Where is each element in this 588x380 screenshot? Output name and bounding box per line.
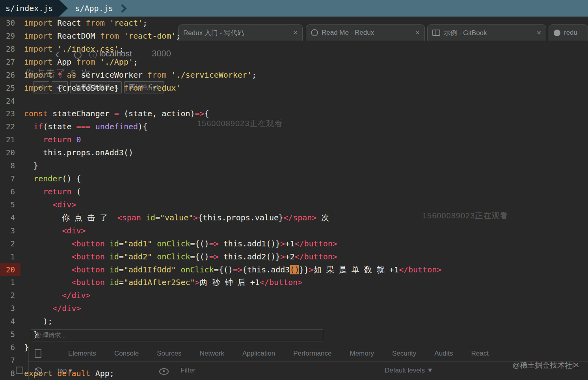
- line-number[interactable]: 2: [0, 237, 20, 250]
- code-line[interactable]: [20, 95, 24, 108]
- code-row: 2 </div>: [0, 289, 588, 302]
- code-row: 24: [0, 95, 588, 108]
- code-area[interactable]: 30import React from 'react';29import Rea…: [0, 17, 588, 380]
- line-number[interactable]: 26: [0, 69, 20, 82]
- code-line[interactable]: import React from 'react';: [20, 17, 147, 30]
- code-line[interactable]: </div>: [20, 289, 91, 302]
- tab-index-js-label: s/index.js: [6, 4, 53, 13]
- line-number[interactable]: 24: [0, 95, 20, 108]
- code-line[interactable]: }: [20, 341, 29, 354]
- tab-index-js[interactable]: s/index.js: [0, 0, 59, 17]
- code-line[interactable]: render() {: [20, 172, 81, 185]
- line-number[interactable]: 7: [0, 354, 20, 367]
- code-row: 20 <button id="add1IfOdd" onClick={()=>{…: [0, 263, 588, 276]
- code-line[interactable]: this.props.onAdd3(): [20, 146, 133, 159]
- tab-app-js-label: s/App.js: [75, 4, 113, 13]
- code-row: 6 return (: [0, 185, 588, 198]
- line-number[interactable]: 20: [0, 263, 20, 276]
- code-row: 3 <div>: [0, 224, 588, 237]
- code-line[interactable]: <button id="add1After2Sec">两 秒 钟 后 +1</b…: [20, 276, 302, 289]
- code-row: 23const stateChanger = (state, action)=>…: [0, 107, 588, 120]
- line-number[interactable]: 3: [0, 224, 20, 237]
- tab-arrow-separator: [59, 0, 68, 17]
- line-number[interactable]: 28: [0, 43, 20, 56]
- code-row: 29import ReactDOM from 'react-dom';: [0, 30, 588, 43]
- line-number[interactable]: 21: [0, 133, 20, 146]
- code-row: 27import App from './App';: [0, 56, 588, 69]
- code-line[interactable]: 你 点 击 了 <span id="value">{this.props.val…: [20, 211, 329, 224]
- line-number[interactable]: 3: [0, 302, 20, 315]
- code-row: 8export default App;: [0, 367, 588, 380]
- code-line[interactable]: import ReactDOM from 'react-dom';: [20, 30, 180, 43]
- code-row: 20 this.props.onAdd3(): [0, 146, 588, 159]
- line-number[interactable]: 4: [0, 315, 20, 328]
- line-number[interactable]: 2: [0, 289, 20, 302]
- code-line[interactable]: }: [20, 159, 38, 172]
- code-line[interactable]: <button id="add1IfOdd" onClick={()=>{thi…: [20, 263, 441, 276]
- line-number[interactable]: 5: [0, 328, 20, 341]
- code-row: 2 <button id="add1" onClick={()=> this.a…: [0, 237, 588, 250]
- code-line[interactable]: }: [20, 328, 38, 341]
- code-row: 28import './index.css';: [0, 43, 588, 56]
- line-number[interactable]: 29: [0, 30, 20, 43]
- line-number[interactable]: 8: [0, 367, 20, 380]
- code-line[interactable]: );: [20, 315, 52, 328]
- line-number[interactable]: 30: [0, 17, 20, 30]
- chevron-right-icon: [118, 4, 127, 12]
- code-row: 8 }: [0, 159, 588, 172]
- code-row: 5 }: [0, 328, 588, 341]
- code-row: 3 </div>: [0, 302, 588, 315]
- line-number[interactable]: 6: [0, 185, 20, 198]
- code-row: 30import React from 'react';: [0, 17, 588, 30]
- code-row: 7 render() {: [0, 172, 588, 185]
- line-number[interactable]: 20: [0, 146, 20, 159]
- tab-app-js[interactable]: s/App.js: [68, 0, 128, 17]
- code-line[interactable]: import './index.css';: [20, 43, 124, 56]
- code-row: 4 );: [0, 315, 588, 328]
- code-row: 6}: [0, 341, 588, 354]
- line-number[interactable]: 6: [0, 341, 20, 354]
- code-line[interactable]: </div>: [20, 302, 81, 315]
- code-line[interactable]: export default App;: [20, 367, 114, 380]
- code-row: 22 if(state === undefined){: [0, 120, 588, 133]
- code-line[interactable]: <div>: [20, 224, 86, 237]
- code-row: 1 <button id="add2" onClick={()=> this.a…: [0, 250, 588, 263]
- code-line[interactable]: import App from './App';: [20, 56, 138, 69]
- line-number[interactable]: 27: [0, 56, 20, 69]
- code-row: 1 <button id="add1After2Sec">两 秒 钟 后 +1<…: [0, 276, 588, 289]
- code-line[interactable]: import {createStore} from 'redux': [20, 82, 180, 95]
- code-row: 4 你 点 击 了 <span id="value">{this.props.v…: [0, 211, 588, 224]
- code-line[interactable]: <button id="add1" onClick={()=> this.add…: [20, 237, 337, 250]
- code-line[interactable]: const stateChanger = (state, action)=>{: [20, 107, 209, 120]
- line-number[interactable]: 7: [0, 172, 20, 185]
- code-line[interactable]: import * as serviceWorker from './servic…: [20, 69, 257, 82]
- code-row: 7: [0, 354, 588, 367]
- line-number[interactable]: 8: [0, 159, 20, 172]
- code-line[interactable]: <button id="add2" onClick={()=> this.add…: [20, 250, 337, 263]
- code-line[interactable]: return 0: [20, 133, 81, 146]
- code-row: 21 return 0: [0, 133, 588, 146]
- editor-tabbar: s/index.js s/App.js: [0, 0, 588, 17]
- code-row: 25import {createStore} from 'redux': [0, 82, 588, 95]
- line-number[interactable]: 23: [0, 107, 20, 120]
- line-number[interactable]: 25: [0, 82, 20, 95]
- line-number[interactable]: 22: [0, 120, 20, 133]
- code-line[interactable]: return (: [20, 185, 81, 198]
- line-number[interactable]: 1: [0, 250, 20, 263]
- line-number[interactable]: 5: [0, 198, 20, 211]
- code-line[interactable]: <div>: [20, 198, 76, 211]
- code-line[interactable]: [20, 354, 24, 367]
- line-number[interactable]: 4: [0, 211, 20, 224]
- code-line[interactable]: if(state === undefined){: [20, 120, 147, 133]
- line-number[interactable]: 1: [0, 276, 20, 289]
- code-row: 5 <div>: [0, 198, 588, 211]
- code-row: 26import * as serviceWorker from './serv…: [0, 69, 588, 82]
